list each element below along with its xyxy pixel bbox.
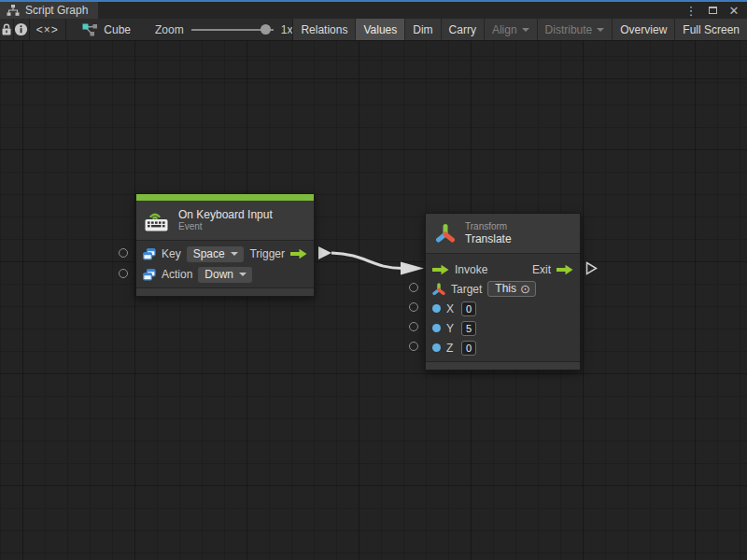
port-key-input[interactable] xyxy=(119,248,128,258)
lock-button[interactable] xyxy=(0,19,13,40)
dropdown-distribute[interactable]: Distribute xyxy=(537,19,613,40)
flow-output-port-icon[interactable] xyxy=(290,248,307,259)
keyboard-event-icon xyxy=(145,209,170,231)
target-this-value: This xyxy=(495,282,516,295)
graph-target-label: Cube xyxy=(104,23,131,36)
code-view-button[interactable]: <×> xyxy=(30,19,65,40)
node-category: Transform xyxy=(465,221,512,232)
port-row-z: Z 0 xyxy=(426,338,580,357)
target-this-button[interactable]: This ⊙ xyxy=(487,281,536,297)
literal-value-icon xyxy=(143,248,156,260)
graph-target-selector[interactable]: Cube xyxy=(82,19,131,40)
exit-flow-stub-icon[interactable] xyxy=(585,261,598,275)
zoom-slider[interactable] xyxy=(191,19,274,40)
chevron-down-icon xyxy=(239,273,247,276)
z-value-field[interactable]: 0 xyxy=(461,341,476,356)
tab-bar: Script Graph ⋮ ✕ xyxy=(0,0,747,19)
port-label-z: Z xyxy=(446,342,456,355)
toggle-label: Carry xyxy=(449,23,476,36)
port-action-input[interactable] xyxy=(119,269,128,278)
port-label-trigger: Trigger xyxy=(249,247,285,260)
node-footer xyxy=(136,287,314,296)
wire-path xyxy=(331,253,402,269)
maximize-icon[interactable] xyxy=(705,3,720,18)
port-label-y: Y xyxy=(446,322,456,335)
toggle-label: Full Screen xyxy=(683,23,740,36)
toggle-overview[interactable]: Overview xyxy=(612,19,674,40)
node-header[interactable]: Transform Translate xyxy=(426,214,580,254)
node-transform-translate[interactable]: Transform Translate Invoke Exit xyxy=(425,213,581,371)
node-body: Key Space Trigger xyxy=(136,241,314,287)
toggle-values[interactable]: Values xyxy=(355,19,404,40)
action-dropdown-value: Down xyxy=(204,268,233,281)
toggle-dim[interactable]: Dim xyxy=(404,19,440,40)
object-picker-icon: ⊙ xyxy=(520,283,530,295)
toolbar-toggle-group: Relations Values Dim Carry Align Distrib… xyxy=(292,19,747,40)
window-controls: ⋮ ✕ xyxy=(684,2,747,19)
node-footer xyxy=(426,361,580,370)
tab-title: Script Graph xyxy=(25,4,88,17)
zoom-value: 1x xyxy=(281,23,293,36)
port-target-input[interactable] xyxy=(409,283,418,292)
node-title: Translate xyxy=(465,232,512,245)
chevron-down-icon xyxy=(597,28,604,32)
graph-node-icon xyxy=(82,23,98,36)
lock-icon xyxy=(1,23,12,35)
graph-canvas[interactable]: On Keyboard Input Event Key Space xyxy=(0,41,747,560)
zoom-control: Zoom 1x xyxy=(155,19,292,40)
port-row-target: Target This ⊙ xyxy=(426,279,580,299)
node-titles: On Keyboard Input Event xyxy=(178,208,273,232)
zoom-label: Zoom xyxy=(155,23,184,36)
wire-end-arrow xyxy=(401,262,424,275)
key-dropdown-value: Space xyxy=(193,247,225,260)
port-row-key: Key Space Trigger xyxy=(136,244,314,264)
key-dropdown[interactable]: Space xyxy=(187,246,244,262)
dropdown-align[interactable]: Align xyxy=(484,19,537,40)
value-port-dot xyxy=(432,324,441,332)
port-row-x: X 0 xyxy=(426,299,580,318)
toggle-label: Relations xyxy=(301,23,347,36)
toggle-carry[interactable]: Carry xyxy=(441,19,484,40)
node-on-keyboard-input[interactable]: On Keyboard Input Event Key Space xyxy=(135,193,315,297)
node-titles: Transform Translate xyxy=(465,221,512,245)
x-value-field[interactable]: 0 xyxy=(461,301,476,316)
flow-output-port-icon[interactable] xyxy=(557,264,573,275)
script-graph-window: Script Graph ⋮ ✕ <×> xyxy=(0,0,747,560)
transform-icon xyxy=(434,222,457,245)
toggle-label: Align xyxy=(492,23,517,36)
tab-script-graph[interactable]: Script Graph xyxy=(0,2,98,19)
port-z-input[interactable] xyxy=(409,342,418,351)
value-port-dot xyxy=(432,343,441,352)
toggle-label: Values xyxy=(363,23,397,36)
port-label-x: X xyxy=(446,302,456,315)
window-menu-icon[interactable]: ⋮ xyxy=(684,3,698,18)
port-row-action: Action Down xyxy=(136,264,314,285)
node-subtitle: Event xyxy=(178,221,273,232)
transform-small-icon xyxy=(432,283,445,296)
maximize-box xyxy=(709,7,717,14)
flow-input-port-icon[interactable] xyxy=(432,264,449,275)
port-x-input[interactable] xyxy=(409,302,418,312)
toggle-label: Distribute xyxy=(545,23,593,36)
node-title: On Keyboard Input xyxy=(178,208,273,221)
action-dropdown[interactable]: Down xyxy=(198,267,252,283)
port-label-invoke: Invoke xyxy=(455,263,487,276)
info-button[interactable] xyxy=(14,19,29,40)
node-body: Invoke Exit Target xyxy=(426,254,580,361)
node-header[interactable]: On Keyboard Input Event xyxy=(136,201,314,241)
zoom-slider-handle[interactable] xyxy=(261,24,271,35)
port-row-y: Y 5 xyxy=(426,318,580,338)
port-y-input[interactable] xyxy=(409,322,418,331)
close-icon[interactable]: ✕ xyxy=(726,3,741,18)
event-accent-bar xyxy=(136,194,314,201)
toggle-relations[interactable]: Relations xyxy=(292,19,355,40)
port-label-exit: Exit xyxy=(532,263,551,276)
toggle-full-screen[interactable]: Full Screen xyxy=(674,19,747,40)
connection-wire-trigger-to-invoke[interactable] xyxy=(0,41,747,560)
wire-start-arrow xyxy=(318,246,331,259)
port-row-invoke: Invoke Exit xyxy=(426,259,580,279)
value-port-dot xyxy=(432,304,441,313)
graph-toolbar: <×> Cube Zoom 1x Relations Values Dim Ca… xyxy=(0,19,747,41)
y-value-field[interactable]: 5 xyxy=(461,321,476,336)
info-icon xyxy=(14,22,28,36)
